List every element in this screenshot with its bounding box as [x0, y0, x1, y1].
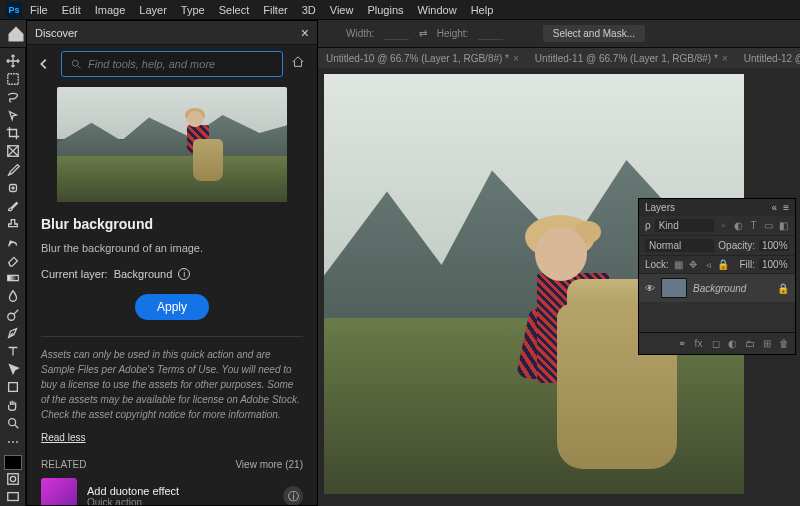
panel-collapse-icon[interactable]: «: [772, 202, 778, 213]
layers-panel-title: Layers: [645, 202, 675, 213]
menu-filter[interactable]: Filter: [257, 4, 293, 16]
brush-tool-icon[interactable]: [2, 197, 24, 214]
tab-untitled-10[interactable]: Untitled-10 @ 66.7% (Layer 1, RGB/8#) *×: [318, 53, 527, 64]
svg-rect-7: [7, 474, 18, 485]
visibility-icon[interactable]: 👁: [645, 283, 655, 294]
blur-tool-icon[interactable]: [2, 288, 24, 305]
healing-tool-icon[interactable]: [2, 179, 24, 196]
search-input[interactable]: [61, 51, 283, 77]
menu-window[interactable]: Window: [412, 4, 463, 16]
back-icon[interactable]: [35, 55, 53, 73]
swap-icon[interactable]: ⇄: [419, 28, 427, 39]
filter-shape-icon[interactable]: ▭: [763, 220, 774, 231]
related-thumb: [41, 478, 77, 505]
menu-edit[interactable]: Edit: [56, 4, 87, 16]
lock-position-icon[interactable]: ✥: [688, 259, 699, 270]
panel-menu-icon[interactable]: ≡: [783, 202, 789, 213]
filter-type-icon[interactable]: T: [748, 220, 759, 231]
more-tools-icon[interactable]: ⋯: [2, 433, 24, 450]
screen-mode-icon[interactable]: [2, 489, 24, 506]
layer-name: Background: [693, 283, 771, 294]
width-field[interactable]: [384, 28, 408, 40]
tab-untitled-11[interactable]: Untitled-11 @ 66.7% (Layer 1, RGB/8#) *×: [527, 53, 736, 64]
eraser-tool-icon[interactable]: [2, 252, 24, 269]
menu-help[interactable]: Help: [465, 4, 500, 16]
tab-untitled-12[interactable]: Untitled-12 @ 71.9% (Layer 0, RGB/8)×: [736, 53, 800, 64]
legal-text: Assets can only be used in this quick ac…: [41, 347, 303, 422]
action-heading: Blur background: [41, 216, 303, 232]
menu-type[interactable]: Type: [175, 4, 211, 16]
group-icon[interactable]: 🗀: [744, 338, 755, 349]
svg-rect-3: [7, 276, 18, 281]
eyedropper-tool-icon[interactable]: [2, 161, 24, 178]
pen-tool-icon[interactable]: [2, 324, 24, 341]
menu-plugins[interactable]: Plugins: [361, 4, 409, 16]
zoom-tool-icon[interactable]: [2, 415, 24, 432]
frame-tool-icon[interactable]: [2, 143, 24, 160]
menu-view[interactable]: View: [324, 4, 360, 16]
hand-tool-icon[interactable]: [2, 397, 24, 414]
preview-image: After: [57, 87, 287, 202]
filter-smart-icon[interactable]: ◧: [778, 220, 789, 231]
info-icon[interactable]: ⓘ: [283, 486, 303, 505]
type-tool-icon[interactable]: [2, 342, 24, 359]
fill-field[interactable]: 100%: [759, 259, 789, 270]
menu-3d[interactable]: 3D: [296, 4, 322, 16]
menu-image[interactable]: Image: [89, 4, 132, 16]
filter-adjust-icon[interactable]: ◐: [733, 220, 744, 231]
lock-all-icon[interactable]: 🔒: [718, 259, 729, 270]
lock-artboard-icon[interactable]: ◃: [703, 259, 714, 270]
stamp-tool-icon[interactable]: [2, 215, 24, 232]
link-layers-icon[interactable]: ⚭: [676, 338, 687, 349]
document-tabs: Untitled-10 @ 66.7% (Layer 1, RGB/8#) *×…: [318, 48, 800, 68]
app-logo: Ps: [6, 2, 22, 18]
layer-kind-select[interactable]: Kind: [655, 219, 714, 232]
lock-pixels-icon[interactable]: ▦: [673, 259, 684, 270]
layer-thumbnail: [661, 278, 687, 298]
quick-mask-icon[interactable]: [2, 471, 24, 488]
quick-select-tool-icon[interactable]: [2, 106, 24, 123]
crop-tool-icon[interactable]: [2, 125, 24, 142]
history-brush-tool-icon[interactable]: [2, 233, 24, 250]
marquee-tool-icon[interactable]: [2, 70, 24, 87]
home-icon[interactable]: [6, 24, 26, 44]
new-layer-icon[interactable]: ⊞: [761, 338, 772, 349]
home-icon[interactable]: [291, 55, 309, 73]
layer-mask-icon[interactable]: ◻: [710, 338, 721, 349]
filter-pixel-icon[interactable]: ▫: [718, 220, 729, 231]
delete-layer-icon[interactable]: 🗑: [778, 338, 789, 349]
lasso-tool-icon[interactable]: [2, 88, 24, 105]
related-label: RELATED: [41, 459, 86, 470]
menu-file[interactable]: File: [24, 4, 54, 16]
discover-panel: Discover × After Blur background Blur th…: [26, 20, 318, 506]
move-tool-icon[interactable]: [2, 52, 24, 69]
svg-point-10: [72, 60, 78, 66]
close-icon[interactable]: ×: [513, 53, 519, 64]
menu-bar: Ps File Edit Image Layer Type Select Fil…: [0, 0, 800, 20]
close-icon[interactable]: ×: [722, 53, 728, 64]
dodge-tool-icon[interactable]: [2, 306, 24, 323]
menu-layer[interactable]: Layer: [133, 4, 173, 16]
layers-panel: Layers «≡ ρKind ▫ ◐ T ▭ ◧ Normal Opacity…: [638, 198, 796, 355]
blend-mode-select[interactable]: Normal: [645, 239, 714, 252]
related-item[interactable]: Add duotone effect Quick action ⓘ: [41, 470, 303, 505]
opacity-field[interactable]: 100%: [759, 240, 789, 251]
foreground-color-swatch[interactable]: [4, 455, 22, 469]
menu-select[interactable]: Select: [213, 4, 256, 16]
close-icon[interactable]: ×: [301, 25, 309, 41]
adjustment-layer-icon[interactable]: ◐: [727, 338, 738, 349]
path-select-tool-icon[interactable]: [2, 360, 24, 377]
apply-button[interactable]: Apply: [135, 294, 209, 320]
select-and-mask-button[interactable]: Select and Mask...: [543, 25, 645, 42]
read-less-link[interactable]: Read less: [41, 432, 85, 443]
view-more-link[interactable]: View more (21): [235, 459, 303, 470]
height-field[interactable]: [478, 28, 502, 40]
gradient-tool-icon[interactable]: [2, 270, 24, 287]
related-title: Add duotone effect: [87, 485, 273, 497]
info-icon[interactable]: i: [178, 268, 190, 280]
lock-icon[interactable]: 🔒: [777, 283, 789, 294]
layer-item-background[interactable]: 👁 Background 🔒: [639, 274, 795, 302]
svg-rect-9: [7, 493, 18, 501]
shape-tool-icon[interactable]: [2, 379, 24, 396]
layer-fx-icon[interactable]: fx: [693, 338, 704, 349]
